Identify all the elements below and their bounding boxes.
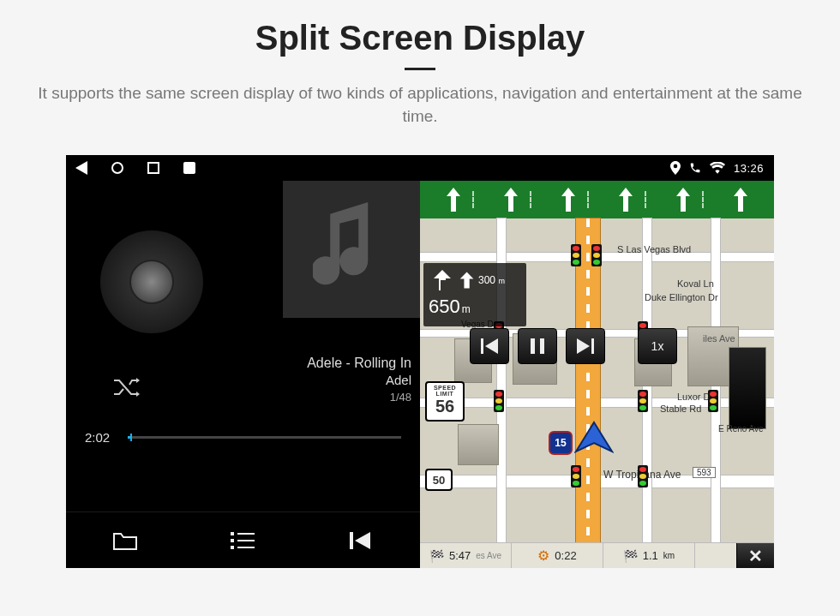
svg-rect-6: [350, 532, 353, 549]
back-button[interactable]: [73, 159, 90, 176]
status-bar: 13:26: [66, 155, 774, 181]
route-sign: 50: [425, 469, 453, 491]
nav-bottom-bar: 🏁 5:47 es Ave ⚙ 0:22 🏁 1.1 km ✕: [420, 542, 774, 568]
spacer: [695, 543, 736, 568]
flag-icon: 🏁: [429, 549, 444, 563]
vehicle-indicator: [574, 421, 614, 458]
shuffle-button[interactable]: [112, 376, 141, 402]
next-icon: [577, 338, 594, 354]
map-pause-button[interactable]: [518, 328, 557, 364]
eta-segment[interactable]: 🏁 5:47 es Ave: [420, 543, 512, 568]
eta-suffix: es Ave: [476, 551, 501, 560]
lane-arrow-icon: [558, 186, 579, 213]
speed-multiplier-label: 1x: [651, 339, 664, 353]
traffic-light-icon: [571, 465, 581, 487]
list-icon: [231, 532, 255, 549]
traffic-light-icon: [494, 390, 504, 412]
playlist-button[interactable]: [208, 532, 277, 549]
address-number: 593: [693, 467, 716, 478]
route-highlight: [576, 218, 600, 542]
speed-limit-sign: SPEED LIMIT 56: [425, 381, 465, 422]
duration-segment[interactable]: ⚙ 0:22: [512, 543, 603, 568]
building: [458, 424, 499, 465]
svg-rect-8: [531, 338, 535, 354]
map-next-button[interactable]: [566, 328, 605, 364]
music-note-tile: [283, 181, 420, 318]
home-button[interactable]: [109, 159, 126, 176]
svg-rect-10: [591, 338, 594, 354]
street-label: Stable Rd: [660, 404, 701, 414]
traffic-light-icon: [708, 390, 718, 412]
location-icon: [670, 161, 681, 175]
lane-arrow-icon: [615, 186, 636, 213]
album-disc[interactable]: [100, 230, 203, 333]
traffic-light-icon: [571, 244, 581, 266]
map-media-controls: 1x: [470, 328, 677, 364]
page-title: Split Screen Display: [34, 19, 806, 57]
recents-icon: [147, 162, 159, 174]
gear-icon: ⚙: [537, 547, 549, 564]
svg-rect-5: [237, 547, 255, 548]
traffic-light-icon: [638, 390, 648, 412]
lane-guidance-bar: [420, 181, 774, 218]
page-subtitle: It supports the same screen display of t…: [34, 82, 806, 128]
notification-icon: [181, 159, 198, 176]
svg-rect-0: [231, 532, 234, 535]
svg-rect-1: [237, 533, 255, 535]
svg-rect-4: [231, 546, 234, 549]
clock-time: 13:26: [734, 162, 764, 175]
turn-right-icon: [456, 271, 475, 290]
device-frame: 13:26: [66, 155, 774, 568]
wifi-icon: [710, 162, 725, 174]
close-icon: ✕: [748, 546, 763, 566]
music-pane: Adele - Rolling In Adel 1/48 2:02: [66, 181, 420, 568]
back-icon: [75, 161, 87, 175]
music-controls: [66, 511, 420, 568]
pause-icon: [531, 338, 544, 354]
lane-arrow-icon: [673, 186, 693, 213]
track-title: Adele - Rolling In: [307, 356, 411, 371]
phone-icon: [689, 162, 701, 174]
disc-center: [129, 260, 174, 304]
turn-left-icon: [429, 268, 453, 292]
shuffle-icon: [112, 376, 141, 398]
svg-rect-7: [481, 338, 483, 354]
speed-limit-value: 56: [427, 397, 463, 416]
svg-rect-9: [540, 338, 544, 354]
lane-arrow-icon: [730, 186, 751, 213]
folder-icon: [112, 530, 138, 551]
home-icon: [111, 162, 123, 174]
eta-value: 5:47: [449, 549, 471, 562]
previous-button[interactable]: [327, 530, 395, 551]
title-divider: [405, 68, 435, 70]
close-nav-button[interactable]: ✕: [736, 543, 774, 568]
main-turn-distance: 650: [429, 296, 460, 317]
music-note-icon: [313, 202, 390, 296]
map-speed-button[interactable]: 1x: [638, 328, 677, 364]
next-turn-unit: m: [498, 277, 505, 285]
recents-button[interactable]: [145, 159, 162, 176]
map-prev-button[interactable]: [470, 328, 509, 364]
traffic-light-icon: [638, 465, 648, 487]
distance-value: 1.1: [643, 549, 658, 562]
previous-icon: [481, 338, 498, 354]
svg-rect-3: [237, 540, 255, 541]
elapsed-time: 2:02: [85, 430, 119, 445]
navigation-pane: S Las Vegas Blvd Koval Ln Duke Ellington…: [420, 181, 774, 568]
street-label: Duke Ellington Dr: [645, 292, 718, 302]
map-canvas[interactable]: S Las Vegas Blvd Koval Ln Duke Ellington…: [420, 218, 774, 542]
lane-arrow-icon: [443, 186, 464, 213]
turn-panel: 300 m 650m: [423, 263, 526, 326]
lane-arrow-icon: [501, 186, 521, 213]
distance-segment[interactable]: 🏁 1.1 km: [603, 543, 695, 568]
previous-icon: [350, 530, 372, 551]
track-metadata: Adele - Rolling In Adel 1/48: [307, 356, 411, 404]
track-index: 1/48: [307, 391, 411, 404]
traffic-light-icon: [591, 244, 602, 266]
next-turn-distance: 300: [478, 274, 495, 286]
progress-bar[interactable]: [128, 436, 401, 439]
progress-cursor: [130, 434, 132, 441]
highway-sign: 15: [549, 431, 573, 455]
duration-value: 0:22: [555, 549, 576, 562]
browse-button[interactable]: [91, 530, 159, 551]
